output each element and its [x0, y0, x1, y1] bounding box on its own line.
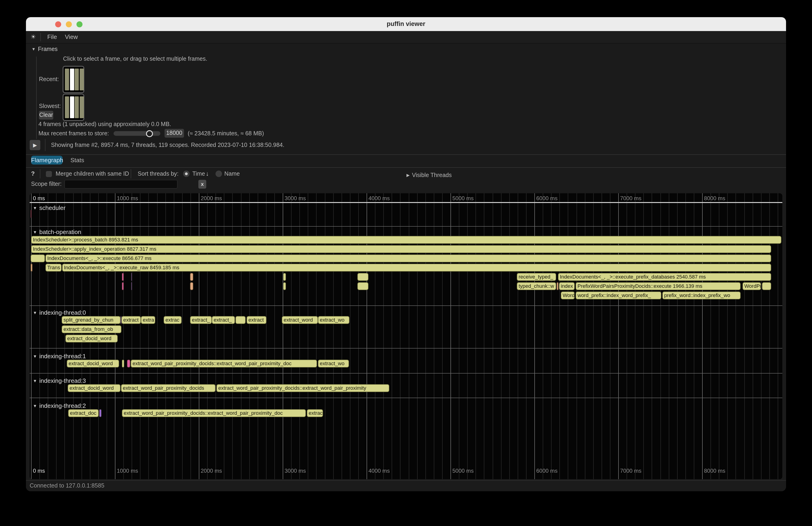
- scope-bar[interactable]: WordPr: [742, 282, 761, 290]
- menu-file[interactable]: File: [47, 31, 57, 43]
- scope-bar[interactable]: PrefixWordPairsProximityDocids::execute …: [576, 282, 741, 290]
- clear-filter-button[interactable]: x: [198, 180, 206, 189]
- frame-bar[interactable]: [79, 97, 84, 118]
- theme-toggle-icon[interactable]: ☀: [31, 31, 36, 43]
- scope-bar[interactable]: extra: [141, 316, 155, 324]
- scope-bar[interactable]: [127, 360, 130, 367]
- scope-bar[interactable]: extract_docid_word: [68, 384, 120, 392]
- clear-button[interactable]: Clear: [39, 111, 53, 120]
- scope-bar[interactable]: receive_typed_: [517, 273, 556, 281]
- scope-bar[interactable]: IndexDocuments<_, _>::execute_prefix_dat…: [558, 273, 771, 281]
- scope-bar[interactable]: extrac: [164, 316, 182, 324]
- tick-label: 8000 ms: [704, 195, 725, 202]
- scope-bar[interactable]: IndexDocuments<_, _>::execute 8656.677 m…: [45, 254, 771, 262]
- scope-bar[interactable]: [131, 273, 132, 281]
- menu-view[interactable]: View: [65, 31, 78, 43]
- scope-bar[interactable]: Word: [561, 292, 575, 299]
- collapse-triangle-icon: ▼: [33, 206, 37, 210]
- scope-bar[interactable]: index: [559, 282, 575, 290]
- scope-bar[interactable]: word_prefix::index_word_prefix_: [576, 292, 662, 299]
- play-button[interactable]: ▶: [30, 140, 40, 150]
- scope-bar[interactable]: IndexDocuments<_, _>::execute_raw 8459.1…: [62, 264, 771, 272]
- scope-bar[interactable]: extract_wo: [318, 360, 349, 367]
- scope-bar[interactable]: extract_: [190, 316, 212, 324]
- tick-label: 5000 ms: [452, 195, 474, 202]
- flamegraph-canvas[interactable]: 0 ms0 ms1000 ms1000 ms2000 ms2000 ms3000…: [30, 193, 782, 479]
- scope-bar[interactable]: [190, 273, 193, 281]
- visible-threads-header[interactable]: ▶Visible Threads: [406, 171, 452, 179]
- scope-bar[interactable]: [283, 273, 286, 281]
- slider-knob[interactable]: [146, 130, 153, 137]
- help-button[interactable]: ?: [31, 170, 35, 177]
- scope-bar[interactable]: extract_word_pair_proximity_docids::extr…: [131, 360, 317, 367]
- tick-label: 0 ms: [33, 195, 45, 202]
- thread-section-header[interactable]: ▼scheduler: [33, 204, 66, 212]
- scope-bar[interactable]: [762, 282, 771, 290]
- scope-bar[interactable]: extract_docid_word: [66, 335, 118, 342]
- scope-bar[interactable]: [357, 273, 368, 281]
- collapse-triangle-icon: ▼: [33, 354, 37, 359]
- timeline-separator: [30, 202, 782, 203]
- thread-section-header[interactable]: ▼indexing-thread:2: [33, 402, 86, 410]
- frame-bar[interactable]: [75, 97, 79, 118]
- recent-frames-thumbnail[interactable]: [62, 66, 84, 93]
- scope-bar[interactable]: prefix_word::index_prefix_wo: [662, 292, 741, 299]
- thread-section-header[interactable]: ▼batch-operation: [33, 229, 81, 236]
- thread-section-header[interactable]: ▼indexing-thread:3: [33, 377, 86, 385]
- tab-flamegraph[interactable]: Flamegraph: [31, 156, 62, 164]
- scope-bar[interactable]: [31, 254, 45, 262]
- scope-bar[interactable]: IndexScheduler>::apply_index_operation 8…: [31, 245, 771, 253]
- tick-label: 1000 ms: [117, 468, 138, 474]
- scope-bar[interactable]: [131, 282, 132, 290]
- sort-time-radio[interactable]: [183, 171, 190, 177]
- scope-bar[interactable]: extract_word_pair_proximity_docids::extr…: [216, 384, 389, 392]
- scope-bar[interactable]: extract_word: [282, 316, 318, 324]
- max-frames-slider[interactable]: [114, 131, 160, 136]
- frame-bar[interactable]: [65, 69, 69, 90]
- scope-bar[interactable]: extract_wo: [318, 316, 349, 324]
- scope-bar[interactable]: [235, 316, 246, 324]
- scope-bar[interactable]: [99, 409, 102, 417]
- tab-stats[interactable]: Stats: [70, 157, 84, 164]
- frame-bar[interactable]: [65, 97, 69, 118]
- scope-bar[interactable]: [283, 282, 286, 290]
- scope-bar[interactable]: [556, 282, 559, 290]
- thread-name: indexing-thread:2: [39, 402, 86, 409]
- scope-bar[interactable]: extract_word_pair_proximity_docids: [121, 384, 216, 392]
- scope-bar[interactable]: extract::data_from_ob: [62, 325, 121, 333]
- thread-section-header[interactable]: ▼indexing-thread:0: [33, 309, 86, 317]
- scope-bar[interactable]: extract_: [212, 316, 235, 324]
- sort-name-radio[interactable]: [216, 171, 222, 177]
- scope-filter-input[interactable]: [64, 180, 177, 189]
- scope-bar[interactable]: extract_docid_word: [67, 360, 119, 367]
- scope-bar[interactable]: [31, 264, 32, 272]
- slowest-frames-thumbnail[interactable]: [62, 93, 84, 121]
- connection-status: Connected to 127.0.0.1:8585: [30, 481, 104, 491]
- scope-bar[interactable]: [357, 282, 368, 290]
- frame-bar[interactable]: [75, 69, 79, 90]
- scope-bar[interactable]: [122, 282, 124, 290]
- scope-bar[interactable]: extract_doc: [68, 409, 99, 417]
- collapse-triangle-icon: ▶: [406, 173, 410, 177]
- max-frames-value[interactable]: 18000: [164, 129, 184, 138]
- scope-bar[interactable]: split_grenad_by_chun: [62, 316, 120, 324]
- scope-bar[interactable]: [190, 282, 193, 290]
- thread-section-header[interactable]: ▼indexing-thread:1: [33, 353, 86, 360]
- frame-bar[interactable]: [70, 97, 74, 118]
- scope-bar[interactable]: [31, 210, 31, 218]
- scope-bar[interactable]: Trans: [45, 264, 62, 272]
- tick-label: 7000 ms: [620, 468, 641, 474]
- scope-bar[interactable]: IndexScheduler>::process_batch 8953.821 …: [31, 236, 781, 244]
- merge-children-checkbox[interactable]: [46, 171, 52, 177]
- frame-bar[interactable]: [79, 69, 84, 90]
- scope-bar[interactable]: extract: [247, 316, 266, 324]
- scope-bar[interactable]: [122, 273, 124, 281]
- frames-section-header[interactable]: ▼Frames: [31, 46, 58, 53]
- scope-bar[interactable]: extrac: [307, 409, 323, 417]
- sort-threads-label: Sort threads by:: [137, 171, 179, 177]
- scope-bar[interactable]: typed_chunk::w: [517, 282, 556, 290]
- scope-bar[interactable]: extract_word_pair_proximity_docids::extr…: [122, 409, 306, 417]
- frame-bar[interactable]: [70, 69, 74, 90]
- scope-bar[interactable]: [122, 360, 124, 367]
- scope-bar[interactable]: extract: [121, 316, 141, 324]
